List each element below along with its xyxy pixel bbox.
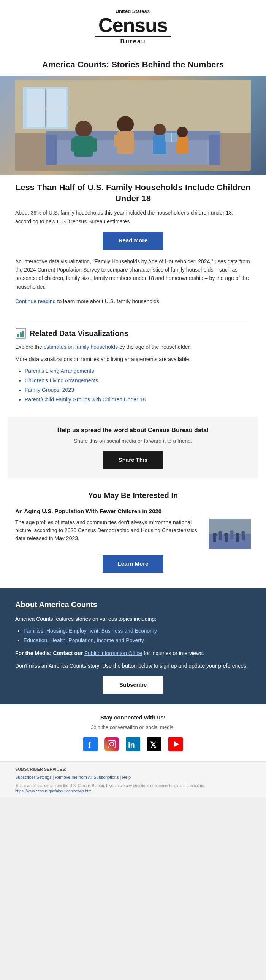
help-link[interactable]: Help (122, 775, 131, 780)
social-section: Stay connected with us! Join the convers… (0, 704, 266, 761)
list-item: Parent's Living Arrangements (25, 367, 251, 375)
about-title-static: About (15, 600, 39, 609)
svg-rect-13 (71, 138, 79, 152)
share-title: Help us spread the word about Census Bur… (23, 426, 243, 435)
social-subtitle: Join the conversation on social media. (15, 724, 251, 731)
logo-census-text: Census (15, 15, 251, 35)
svg-rect-42 (242, 535, 245, 540)
svg-rect-34 (219, 535, 222, 540)
topic-education-link[interactable]: Education, Health, Population, Income an… (24, 637, 144, 643)
continue-reading-line: Continue reading to learn more about U.S… (15, 297, 251, 305)
related-section: Related Data Visualizations Explore the … (0, 320, 266, 413)
header: United States® Census Bureau (0, 0, 266, 52)
svg-point-41 (241, 531, 245, 535)
svg-rect-17 (114, 135, 121, 147)
article-with-image: The age profiles of states and communiti… (15, 519, 251, 549)
svg-rect-22 (176, 137, 188, 154)
read-more-button[interactable]: Read More (103, 232, 163, 250)
linkedin-icon[interactable]: in (126, 737, 140, 751)
list-item: Family Groups: 2023 (25, 386, 251, 394)
subscribe-button[interactable]: Subscribe (103, 676, 163, 694)
svg-rect-9 (46, 135, 57, 165)
svg-point-39 (236, 533, 239, 536)
svg-point-48 (114, 741, 115, 743)
unsubscribe-link[interactable]: Remove me from All Subscriptions (55, 775, 119, 780)
share-this-button[interactable]: Share This (103, 451, 163, 469)
related-body-1-suffix: by the age of the householder. (118, 344, 191, 350)
hero-image-inner (15, 80, 251, 171)
svg-point-35 (224, 533, 228, 536)
footer-links: Subscriber Settings | Remove me from All… (15, 774, 251, 781)
svg-rect-10 (209, 135, 220, 165)
list-item: Families, Housing, Employment, Business … (24, 627, 251, 635)
footer-services-label: SUBSCRIBER SERVICES: (15, 766, 251, 773)
about-cta-text: Don't miss an America Counts story! Use … (15, 662, 251, 670)
social-title: Stay connected with us! (15, 713, 251, 722)
social-icons: f (15, 737, 251, 751)
svg-rect-27 (20, 332, 22, 337)
childrens-living-link[interactable]: Children's Living Arrangements (25, 377, 98, 383)
svg-rect-40 (236, 536, 239, 542)
svg-text:in: in (128, 741, 135, 749)
public-info-office-link[interactable]: Public Information Office (84, 650, 142, 656)
topic-families-link[interactable]: Families, Housing, Employment, Business … (24, 628, 157, 634)
svg-rect-32 (213, 536, 216, 542)
chart-icon (15, 328, 27, 339)
svg-rect-45 (104, 737, 119, 751)
interested-article-title: An Aging U.S. Population With Fewer Chil… (15, 507, 251, 516)
interested-article: An Aging U.S. Population With Fewer Chil… (15, 507, 251, 573)
svg-rect-36 (225, 536, 228, 542)
footer-note-text: This is an official email from the U.S. … (15, 784, 205, 788)
hero-image (0, 76, 266, 175)
interested-section: You May Be Interested In An Aging U.S. P… (0, 482, 266, 588)
instagram-icon[interactable] (104, 737, 119, 751)
page-title: America Counts: Stories Behind the Numbe… (0, 52, 266, 76)
parent-child-link[interactable]: Parent/Child Family Groups with Children… (25, 396, 146, 402)
article-body-2: An interactive data visualization, "Fami… (15, 257, 251, 291)
about-media-line: For the Media: Contact our Public Inform… (15, 649, 251, 657)
logo-bureau-text: Bureau (15, 37, 251, 46)
continue-reading-suffix: to learn more about U.S. family househol… (56, 298, 161, 304)
about-title: About America Counts (15, 599, 251, 610)
related-body-1: Explore the estimates on family househol… (15, 343, 251, 351)
continue-reading-link[interactable]: Continue reading (15, 298, 56, 304)
share-section: Help us spread the word about Census Bur… (8, 417, 258, 478)
article-body-1: About 39% of U.S. family households this… (15, 208, 251, 226)
related-title: Related Data Visualizations (15, 328, 251, 339)
interested-article-body: The age profiles of states and communiti… (15, 519, 203, 549)
about-body-1: America Counts features stories on vario… (15, 615, 251, 623)
footer-note: This is an official email from the U.S. … (15, 783, 251, 794)
family-scene-illustration (15, 80, 251, 171)
svg-point-21 (177, 127, 188, 137)
youtube-icon[interactable] (168, 737, 183, 751)
about-media-prefix: For the Media: Contact our (15, 650, 84, 656)
about-title-link[interactable]: America Counts (39, 600, 97, 609)
svg-point-33 (218, 531, 222, 535)
footer: SUBSCRIBER SERVICES: Subscriber Settings… (0, 761, 266, 797)
related-links-list: Parent's Living Arrangements Children's … (15, 367, 251, 404)
share-subtitle: Share this on social media or forward it… (23, 437, 243, 445)
facebook-icon[interactable]: f (83, 737, 98, 751)
svg-point-19 (154, 124, 166, 136)
family-groups-link[interactable]: Family Groups: 2023 (25, 387, 74, 393)
family-households-link[interactable]: estimates on family households (44, 344, 118, 350)
svg-point-15 (117, 116, 134, 133)
interested-heading: You May Be Interested In (15, 490, 251, 501)
svg-rect-18 (127, 138, 134, 151)
svg-rect-20 (153, 135, 166, 154)
x-twitter-icon[interactable]: 𝕏 (147, 737, 162, 751)
learn-more-button[interactable]: Learn More (103, 555, 163, 573)
article-section: Less Than Half of U.S. Family Households… (0, 175, 266, 319)
about-topics-list: Families, Housing, Employment, Business … (15, 627, 251, 644)
list-item: Children's Living Arrangements (25, 377, 251, 385)
parents-living-link[interactable]: Parent's Living Arrangements (25, 368, 94, 374)
footer-contact-link[interactable]: https://www.census.gov/about/contact-us.… (15, 789, 92, 793)
svg-rect-38 (230, 534, 233, 539)
subscriber-settings-link[interactable]: Subscriber Settings (15, 775, 51, 780)
about-media-suffix: for inquiries or interviews. (142, 650, 204, 656)
email-wrapper: United States® Census Bureau America Cou… (0, 0, 266, 797)
svg-rect-28 (22, 331, 24, 337)
svg-rect-14 (89, 138, 97, 152)
svg-point-11 (75, 121, 92, 137)
svg-point-37 (230, 530, 234, 534)
